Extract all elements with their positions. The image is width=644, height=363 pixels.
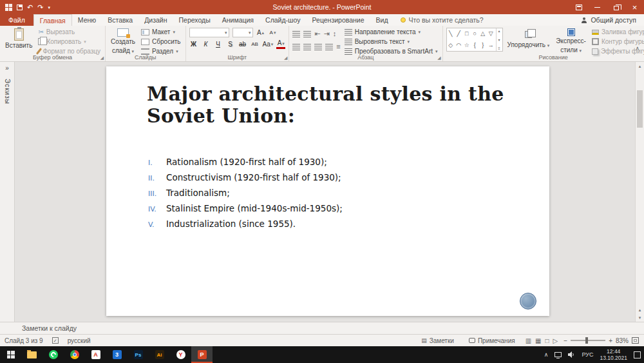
shape-triangle-down-icon[interactable]: ▽ (489, 31, 493, 37)
hidden-icons-button[interactable]: ∧ (541, 351, 552, 358)
font-size-combo[interactable]: ▾ (232, 28, 253, 37)
keyboard-language-button[interactable]: РУС (578, 351, 596, 358)
photoshop-button[interactable]: Ps (128, 346, 149, 363)
tab-view[interactable]: Вид (370, 14, 394, 26)
notes-toggle-button[interactable]: ▤ Заметки (417, 337, 459, 344)
app-icon[interactable] (5, 4, 12, 11)
restore-button[interactable] (607, 0, 625, 14)
shape-brace-right-icon[interactable]: } (482, 43, 484, 48)
collapse-ribbon-icon[interactable]: ∧ (635, 45, 639, 52)
shapes-gallery[interactable]: ╲ ╱ □ ○ △ ▽ ◇ ◠ ☆ { } → ▴ ▾ ≡ (446, 28, 503, 52)
new-slide-button[interactable]: Создать слайд ▾ (109, 28, 137, 55)
zoom-slider[interactable] (571, 340, 605, 341)
scrollbar-thumb[interactable] (637, 90, 643, 128)
tab-transitions[interactable]: Переходы (173, 14, 216, 26)
powerpoint-taskbar-button[interactable]: P (191, 346, 213, 363)
cut-button[interactable]: ✂ Вырезать (37, 28, 102, 36)
vertical-scrollbar[interactable]: ▴ ▴ ▾ (635, 62, 644, 322)
line-spacing-icon[interactable]: ↕ (333, 30, 337, 37)
text-direction-button[interactable]: Направление текста ▾ (343, 28, 439, 36)
change-case-button[interactable]: Aa▾ (263, 39, 274, 49)
shape-arrow-icon[interactable]: → (488, 43, 494, 48)
zoom-out-button[interactable]: − (564, 337, 567, 344)
share-button[interactable]: Общий доступ (573, 14, 644, 26)
tell-me-box[interactable]: Что вы хотите сделать? (394, 14, 490, 26)
copy-button[interactable]: Копировать ▾ (37, 37, 102, 46)
chrome-button[interactable] (64, 346, 85, 363)
zoom-slider-thumb[interactable] (585, 337, 588, 344)
thumbnails-pane-collapsed[interactable]: » Эскизы (0, 62, 15, 322)
volume-button[interactable] (565, 351, 578, 358)
columns-icon[interactable]: ≡ (336, 43, 340, 50)
app-3-button[interactable]: 3 (106, 346, 128, 363)
language-indicator[interactable]: русский (63, 337, 95, 344)
spellcheck-button[interactable]: ✓ (48, 337, 63, 344)
italic-button[interactable]: К (202, 39, 211, 49)
fit-to-window-button[interactable] (632, 337, 639, 344)
align-text-button[interactable]: Выровнять текст ▾ (343, 37, 439, 46)
shrink-font-button[interactable]: А▾ (269, 28, 278, 37)
redo-icon[interactable]: ↷ (37, 4, 43, 11)
grow-font-button[interactable]: А▴ (256, 28, 265, 37)
layout-button[interactable]: Макет ▾ (140, 28, 182, 36)
quick-styles-button[interactable]: Экспресс- стили ▾ (554, 28, 588, 54)
font-color-button[interactable]: А▾ (276, 39, 285, 49)
tab-insert[interactable]: Вставка (102, 14, 138, 26)
tab-file[interactable]: Файл (0, 14, 33, 26)
align-center-icon[interactable] (303, 44, 311, 50)
tab-slideshow[interactable]: Слайд-шоу (260, 14, 306, 26)
action-center-button[interactable] (630, 351, 644, 358)
reading-view-button[interactable]: □ (545, 337, 549, 344)
increase-indent-icon[interactable]: ⇥ (324, 30, 330, 37)
expand-thumbnails-icon[interactable]: » (0, 64, 14, 72)
align-right-icon[interactable] (314, 44, 322, 50)
undo-icon[interactable]: ↶ (27, 4, 33, 11)
shape-rect-icon[interactable]: □ (465, 31, 468, 37)
scroll-up-icon[interactable]: ▴ (636, 62, 644, 71)
shape-triangle-icon[interactable]: △ (480, 31, 485, 37)
notes-pane[interactable]: Заметки к слайду (0, 322, 644, 334)
slide-title[interactable]: Major architectural styles in the Soviet… (147, 83, 507, 126)
file-explorer-button[interactable] (21, 346, 43, 363)
close-button[interactable]: × (625, 0, 644, 14)
next-slide-icon[interactable]: ▾ (639, 315, 641, 320)
decrease-indent-icon[interactable]: ⇤ (314, 30, 320, 37)
tab-animations[interactable]: Анимация (216, 14, 260, 26)
minimize-button[interactable] (588, 0, 607, 14)
text-shadow-button[interactable]: S (226, 39, 235, 49)
comments-button[interactable]: Примечания (464, 337, 520, 344)
normal-view-button[interactable]: ▥ (526, 337, 531, 344)
paste-button[interactable]: Вставить (3, 28, 34, 50)
slide-sorter-view-button[interactable]: ▦ (535, 337, 541, 344)
arrange-button[interactable]: Упорядочить ▾ (506, 28, 552, 50)
illustrator-button[interactable]: Ai (149, 346, 170, 363)
yandex-button[interactable]: Y (170, 346, 191, 363)
whatsapp-button[interactable] (43, 346, 64, 363)
align-left-icon[interactable] (292, 44, 300, 50)
reset-button[interactable]: Сбросить (140, 37, 182, 46)
shape-line2-icon[interactable]: ╱ (457, 31, 460, 37)
clock[interactable]: 12:44 13.10.2021 (596, 348, 630, 361)
ribbon-display-options-button[interactable] (569, 0, 588, 14)
paragraph-dialog-launcher[interactable]: ◢ (437, 55, 440, 60)
network-button[interactable] (551, 352, 565, 357)
zoom-in-button[interactable]: + (609, 337, 612, 344)
bold-button[interactable]: Ж (189, 39, 198, 49)
tab-review[interactable]: Рецензирование (307, 14, 370, 26)
qat-customize-icon[interactable]: ▾ (48, 5, 50, 10)
start-button[interactable] (0, 346, 21, 363)
justify-icon[interactable] (325, 44, 333, 50)
underline-button[interactable]: Ч (214, 39, 223, 49)
strikethrough-button[interactable]: ab (238, 39, 247, 49)
font-dialog-launcher[interactable]: ◢ (284, 55, 287, 60)
app-a-button[interactable]: А (85, 346, 106, 363)
clipboard-dialog-launcher[interactable]: ◢ (100, 55, 104, 60)
bullets-icon[interactable] (292, 31, 300, 37)
previous-slide-icon[interactable]: ▴ (639, 308, 641, 313)
font-name-combo[interactable]: ▾ (189, 28, 229, 37)
shapes-gallery-scroll[interactable]: ▴ ▾ ≡ (496, 28, 502, 51)
zoom-level[interactable]: 83% (616, 337, 629, 344)
gallery-up-icon[interactable]: ▴ (498, 29, 500, 33)
gallery-down-icon[interactable]: ▾ (498, 38, 500, 42)
tab-home[interactable]: Главная (33, 14, 72, 26)
